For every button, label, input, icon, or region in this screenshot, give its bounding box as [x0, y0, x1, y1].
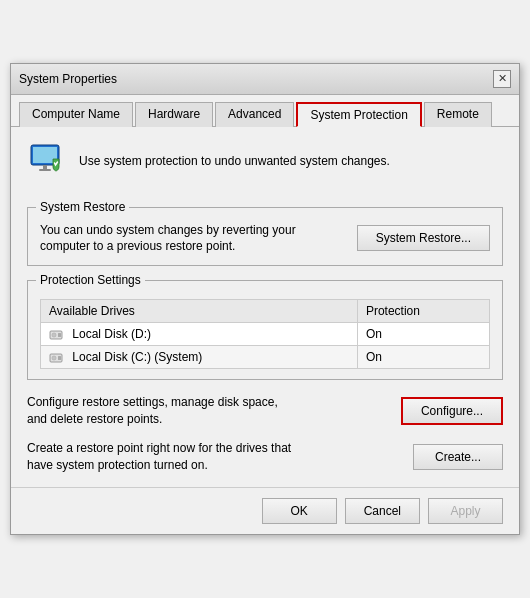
protection-settings-group: Protection Settings Available Drives Pro… [27, 280, 503, 380]
header-description: Use system protection to undo unwanted s… [79, 154, 390, 168]
tab-remote[interactable]: Remote [424, 102, 492, 127]
system-properties-window: System Properties ✕ Computer Name Hardwa… [10, 63, 520, 536]
restore-row: You can undo system changes by reverting… [40, 222, 490, 256]
protection-settings-label: Protection Settings [36, 273, 145, 287]
tab-computer-name[interactable]: Computer Name [19, 102, 133, 127]
svg-point-11 [53, 357, 55, 359]
drive-name-d: Local Disk (D:) [41, 323, 358, 346]
ok-button[interactable]: OK [262, 498, 337, 524]
system-restore-label: System Restore [36, 200, 129, 214]
protection-status-d: On [357, 323, 489, 346]
col-available-drives: Available Drives [41, 300, 358, 323]
system-restore-group: System Restore You can undo system chang… [27, 207, 503, 267]
tabs-bar: Computer Name Hardware Advanced System P… [11, 95, 519, 127]
configure-description: Configure restore settings, manage disk … [27, 394, 297, 428]
drive-icon-c [49, 352, 65, 364]
cancel-button[interactable]: Cancel [345, 498, 420, 524]
drive-icon-d [49, 329, 65, 341]
table-row[interactable]: Local Disk (D:) On [41, 323, 490, 346]
restore-description: You can undo system changes by reverting… [40, 222, 310, 256]
configure-row: Configure restore settings, manage disk … [27, 394, 503, 428]
configure-button[interactable]: Configure... [401, 397, 503, 425]
drives-table: Available Drives Protection [40, 299, 490, 369]
header-section: Use system protection to undo unwanted s… [27, 141, 503, 191]
create-button[interactable]: Create... [413, 444, 503, 470]
tab-system-protection[interactable]: System Protection [296, 102, 421, 127]
window-title: System Properties [19, 72, 117, 86]
protection-status-c: On [357, 346, 489, 369]
svg-rect-9 [58, 356, 61, 360]
tab-hardware[interactable]: Hardware [135, 102, 213, 127]
tab-content: Use system protection to undo unwanted s… [11, 127, 519, 488]
footer: OK Cancel Apply [11, 487, 519, 534]
svg-rect-3 [39, 169, 51, 171]
svg-point-7 [53, 334, 55, 336]
svg-rect-5 [58, 333, 61, 337]
tab-advanced[interactable]: Advanced [215, 102, 294, 127]
table-row[interactable]: Local Disk (C:) (System) On [41, 346, 490, 369]
apply-button[interactable]: Apply [428, 498, 503, 524]
col-protection: Protection [357, 300, 489, 323]
create-description: Create a restore point right now for the… [27, 440, 297, 474]
system-restore-button[interactable]: System Restore... [357, 225, 490, 251]
drive-name-c: Local Disk (C:) (System) [41, 346, 358, 369]
close-button[interactable]: ✕ [493, 70, 511, 88]
title-bar: System Properties ✕ [11, 64, 519, 95]
system-protection-icon [27, 141, 67, 181]
create-row: Create a restore point right now for the… [27, 440, 503, 474]
